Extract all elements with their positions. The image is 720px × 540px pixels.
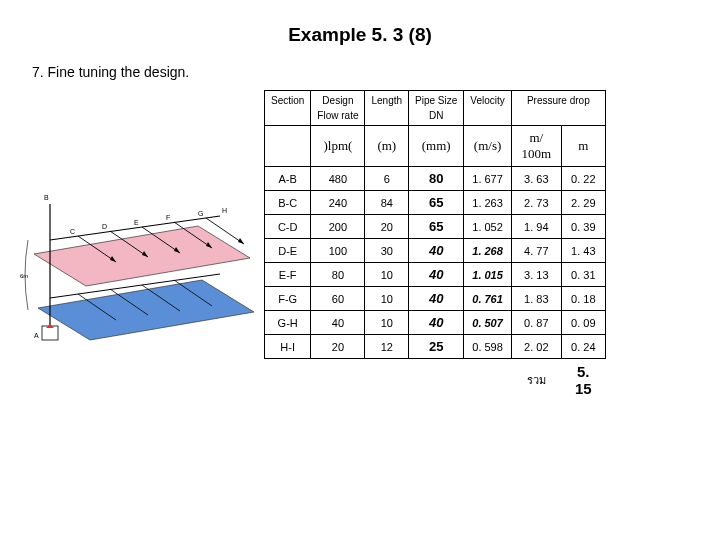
diagram-svg: B C D E F G H A 6m [20,180,256,350]
sum-label: รวม [511,359,561,402]
cell-vel: 1. 015 [464,263,511,287]
table-row: E-F8010401. 0153. 130. 31 [265,263,606,287]
cell-p2: 0. 18 [561,287,605,311]
col-length: Length [365,91,409,126]
cell-vel: 1. 263 [464,191,511,215]
cell-pipe: 40 [409,239,464,263]
cell-flow: 40 [311,311,365,335]
col-section: Section [265,91,311,126]
svg-text:E: E [134,219,139,226]
cell-p1: 0. 87 [511,311,561,335]
table-row: C-D20020651. 0521. 940. 39 [265,215,606,239]
cell-vel: 0. 507 [464,311,511,335]
svg-text:B: B [44,194,49,201]
cell-sec: F-G [265,287,311,311]
cell-flow: 240 [311,191,365,215]
sum-row: รวม5. 15 [265,359,606,402]
cell-pipe: 40 [409,263,464,287]
design-table: Section Design Flow rate Length Pipe Siz… [264,90,606,401]
table-row: D-E10030401. 2684. 771. 43 [265,239,606,263]
header-row-2: )lpm( (m) (mm) (m/s) m/ 100m m [265,126,606,167]
cell-len: 12 [365,335,409,359]
cell-p1: 2. 02 [511,335,561,359]
content-row: B C D E F G H A 6m Section Design Flow [0,90,720,401]
cell-p2: 0. 24 [561,335,605,359]
cell-sec: H-I [265,335,311,359]
svg-text:F: F [166,214,170,221]
svg-text:G: G [198,210,203,217]
table-row: G-H4010400. 5070. 870. 09 [265,311,606,335]
cell-p1: 3. 63 [511,167,561,191]
svg-marker-1 [34,226,250,286]
cell-flow: 100 [311,239,365,263]
cell-p2: 1. 43 [561,239,605,263]
cell-flow: 200 [311,215,365,239]
table-row: B-C24084651. 2632. 732. 29 [265,191,606,215]
unit-p1: m/ 100m [511,126,561,167]
cell-p2: 2. 29 [561,191,605,215]
table-row: A-B4806801. 6773. 630. 22 [265,167,606,191]
cell-pipe: 65 [409,191,464,215]
cell-p2: 0. 09 [561,311,605,335]
pipe-diagram: B C D E F G H A 6m [20,180,256,350]
header-row-1: Section Design Flow rate Length Pipe Siz… [265,91,606,126]
cell-flow: 80 [311,263,365,287]
cell-p1: 3. 13 [511,263,561,287]
unit-p2: m [561,126,605,167]
cell-sec: C-D [265,215,311,239]
cell-len: 10 [365,263,409,287]
cell-flow: 60 [311,287,365,311]
col-pipe: Pipe Size DN [409,91,464,126]
cell-pipe: 80 [409,167,464,191]
cell-flow: 480 [311,167,365,191]
slide: Example 5. 3 (8) 7. Fine tuning the desi… [0,0,720,540]
cell-p1: 4. 77 [511,239,561,263]
col-velocity: Velocity [464,91,511,126]
cell-p1: 1. 94 [511,215,561,239]
cell-sec: G-H [265,311,311,335]
cell-sec: A-B [265,167,311,191]
cell-p2: 0. 22 [561,167,605,191]
cell-sec: B-C [265,191,311,215]
table-row: H-I2012250. 5982. 020. 24 [265,335,606,359]
unit-len: (m) [365,126,409,167]
svg-text:C: C [70,228,75,235]
cell-pipe: 40 [409,287,464,311]
cell-p1: 2. 73 [511,191,561,215]
cell-pipe: 40 [409,311,464,335]
cell-sec: E-F [265,263,311,287]
slide-subtitle: 7. Fine tuning the design. [32,64,720,80]
table-body: A-B4806801. 6773. 630. 22B-C24084651. 26… [265,167,606,402]
unit-pipe: (mm) [409,126,464,167]
cell-pipe: 65 [409,215,464,239]
svg-rect-19 [42,326,58,340]
cell-vel: 0. 761 [464,287,511,311]
cell-vel: 1. 052 [464,215,511,239]
cell-sec: D-E [265,239,311,263]
svg-text:6m: 6m [20,273,28,279]
unit-blank [265,126,311,167]
svg-marker-13 [238,238,244,244]
col-design: Design Flow rate [311,91,365,126]
cell-len: 84 [365,191,409,215]
cell-flow: 20 [311,335,365,359]
cell-len: 10 [365,287,409,311]
table-row: F-G6010400. 7611. 830. 18 [265,287,606,311]
cell-p2: 0. 39 [561,215,605,239]
cell-pipe: 25 [409,335,464,359]
col-pdrop: Pressure drop [511,91,605,126]
cell-len: 20 [365,215,409,239]
svg-text:D: D [102,223,107,230]
slide-title: Example 5. 3 (8) [0,24,720,46]
unit-vel: (m/s) [464,126,511,167]
cell-vel: 0. 598 [464,335,511,359]
svg-marker-0 [38,280,254,340]
svg-text:H: H [222,207,227,214]
cell-p1: 1. 83 [511,287,561,311]
unit-flow: )lpm( [311,126,365,167]
cell-len: 10 [365,311,409,335]
cell-len: 30 [365,239,409,263]
cell-vel: 1. 268 [464,239,511,263]
cell-len: 6 [365,167,409,191]
svg-text:A: A [34,332,39,339]
